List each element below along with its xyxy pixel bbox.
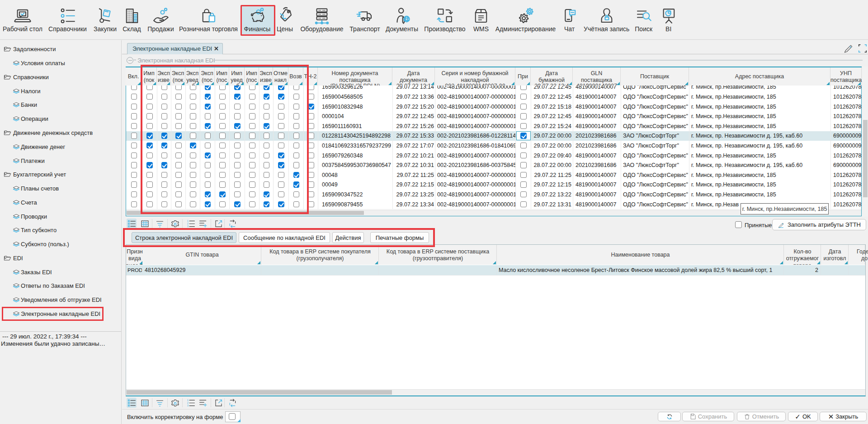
svg-text:3: 3 xyxy=(187,225,188,228)
svg-text:2: 2 xyxy=(187,401,188,404)
svg-text:3: 3 xyxy=(187,404,188,407)
svg-text:1: 1 xyxy=(187,399,188,401)
svg-text:2: 2 xyxy=(187,222,188,225)
svg-text:1: 1 xyxy=(187,219,188,222)
